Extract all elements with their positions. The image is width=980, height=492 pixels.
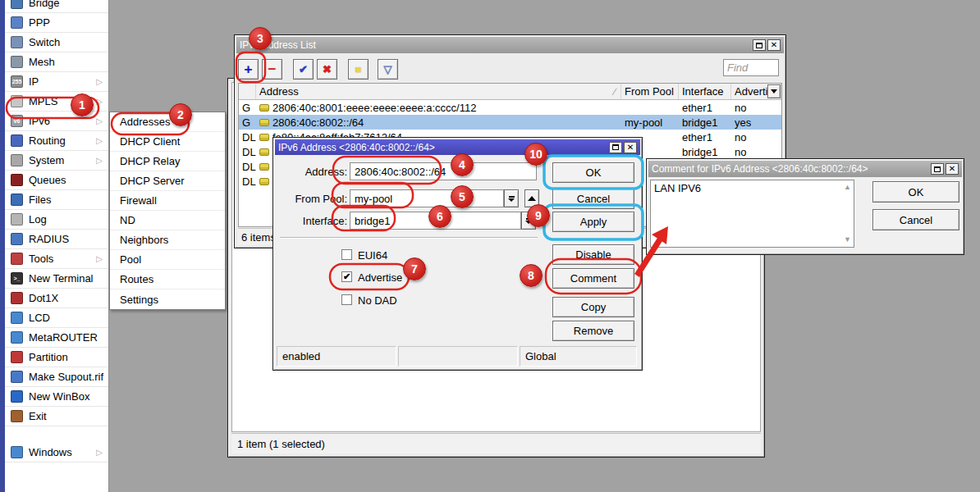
comment-button[interactable]: ■ xyxy=(348,59,369,80)
background-window-statusbar: 1 item (1 selected) xyxy=(231,433,761,453)
dialog-button[interactable]: Copy xyxy=(552,297,634,317)
from-pool-field[interactable]: my-pool xyxy=(350,189,504,207)
sidebar-item[interactable]: MPLS ▷ xyxy=(5,92,108,112)
checkbox[interactable] xyxy=(341,294,352,305)
address-column-label: Address xyxy=(259,85,299,98)
flag-column-header[interactable] xyxy=(239,84,256,99)
interface-dropdown-button[interactable] xyxy=(521,212,536,230)
sidebar-item[interactable]: v6 IPv6 ▷ xyxy=(5,112,108,131)
status-middle xyxy=(398,346,518,367)
maximize-button[interactable] xyxy=(609,142,622,153)
dialog-button[interactable]: Cancel xyxy=(552,189,634,209)
toolbar-button-icon: ✔ xyxy=(299,64,308,75)
ipv6-address-list-titlebar[interactable]: IPv6 Address List ✕ xyxy=(236,37,784,53)
scroll-up-icon[interactable]: ▲ xyxy=(844,184,851,191)
checkbox[interactable]: ✔ xyxy=(341,271,352,282)
sidebar-item[interactable]: Windows ▷ xyxy=(5,443,108,462)
from-pool-dropdown-button[interactable] xyxy=(504,189,519,207)
sidebar-item-icon xyxy=(11,312,23,324)
interface-field[interactable]: bridge1 xyxy=(350,212,521,230)
disable-button[interactable]: ✖ xyxy=(317,59,337,80)
filter-button[interactable]: ▽ xyxy=(378,59,398,80)
interface-column-header[interactable]: Interface xyxy=(679,84,731,99)
find-input[interactable] xyxy=(723,59,779,76)
sidebar-item[interactable]: New WinBox xyxy=(5,387,108,407)
scroll-down-icon[interactable]: ▼ xyxy=(844,236,851,244)
submenu-item-label: Firewall xyxy=(120,194,157,207)
sidebar-item[interactable]: PPP xyxy=(5,13,108,33)
maximize-button[interactable] xyxy=(753,39,766,51)
sidebar-item[interactable]: >_ New Terminal xyxy=(5,269,108,289)
sidebar-item[interactable]: Queues xyxy=(5,171,108,190)
sidebar-item[interactable]: LCD xyxy=(5,308,108,328)
sidebar-item-icon xyxy=(11,36,23,48)
column-select-button[interactable] xyxy=(767,84,781,98)
address-field[interactable]: 2806:40c:8002::/64 xyxy=(350,162,537,180)
checkbox[interactable] xyxy=(341,249,352,260)
sidebar-item[interactable]: Log xyxy=(5,210,108,230)
dialog-button[interactable]: Apply xyxy=(552,212,634,232)
sidebar-item[interactable]: MetaROUTER xyxy=(5,328,108,348)
row-from-pool: my-pool xyxy=(621,115,679,130)
row-address: 2806:40c:8002::/64 xyxy=(256,115,621,130)
toolbar-button-icon: ■ xyxy=(355,64,362,75)
submenu-item-label: DHCP Client xyxy=(120,135,180,148)
sidebar-item[interactable]: Routing ▷ xyxy=(5,131,108,151)
chevron-down-icon xyxy=(771,89,777,93)
address-column-header[interactable]: Address ∕ xyxy=(256,84,621,99)
sidebar-item[interactable]: Switch xyxy=(5,33,108,52)
sidebar-item[interactable]: Bridge xyxy=(5,0,108,13)
maximize-button[interactable] xyxy=(931,163,944,175)
comment-textarea[interactable]: LAN IPV6 ▲ ▼ xyxy=(650,180,854,248)
comment-dialog-button[interactable]: OK xyxy=(872,181,959,203)
sidebar-item[interactable]: Tools ▷ xyxy=(5,249,108,269)
ipv6-address-icon xyxy=(259,104,269,112)
submenu-item-label: Routes xyxy=(120,273,153,285)
table-row[interactable]: G 2806:40c:8002::/64 my-pool bridge1 yes xyxy=(239,115,781,130)
submenu-item[interactable]: DHCP Client xyxy=(110,132,225,152)
enable-button[interactable]: ✔ xyxy=(293,59,314,80)
sidebar-item[interactable]: Dot1X xyxy=(5,289,108,308)
from-pool-collapse-button[interactable] xyxy=(524,189,539,207)
sidebar-item[interactable]: Partition xyxy=(5,348,108,367)
submenu-item[interactable]: ND xyxy=(110,211,225,230)
ipv6-address-dialog: IPv6 Address <2806:40c:8002::/64> ✕ Addr… xyxy=(272,137,643,371)
submenu-item[interactable]: Firewall xyxy=(110,191,225,211)
sidebar-item[interactable]: Files xyxy=(5,190,108,210)
address-value: 2806:40c:8002::/64 xyxy=(355,166,446,178)
dialog-button[interactable]: Comment xyxy=(552,268,634,289)
sidebar-item-icon xyxy=(11,194,23,206)
sidebar-item[interactable]: System ▷ xyxy=(5,151,108,171)
add-button[interactable]: + xyxy=(238,59,259,80)
dialog-button[interactable]: OK xyxy=(552,162,634,183)
submenu-item[interactable]: Routes xyxy=(110,270,225,289)
ipv6-address-icon xyxy=(259,178,269,185)
submenu-item[interactable]: Settings xyxy=(110,289,225,309)
row-flags: G xyxy=(239,115,256,130)
comment-dialog-titlebar[interactable]: Comment for IPv6 Address <2806:40c:8002:… xyxy=(648,161,962,177)
submenu-item[interactable]: Addresses xyxy=(110,112,225,132)
sidebar-item[interactable]: Mesh xyxy=(5,52,108,72)
from-pool-column-header[interactable]: From Pool xyxy=(621,84,679,99)
dialog-button[interactable]: Disable xyxy=(552,244,634,265)
close-button[interactable]: ✕ xyxy=(946,163,959,175)
submenu-item[interactable]: DHCP Relay xyxy=(110,152,225,171)
table-row[interactable]: G 2806:40c:8001:eeee:eeee:eeee:a:cccc/11… xyxy=(239,100,781,115)
sidebar-item[interactable]: RADIUS xyxy=(5,230,108,249)
ipv6-address-icon xyxy=(259,119,269,126)
comment-dialog-button[interactable]: Cancel xyxy=(872,209,959,230)
ipv6-address-dialog-titlebar[interactable]: IPv6 Address <2806:40c:8002::/64> ✕ xyxy=(275,139,640,155)
submenu-item[interactable]: DHCP Server xyxy=(110,171,225,191)
submenu-item[interactable]: Pool xyxy=(110,250,225,270)
sidebar-item-label: IPv6 xyxy=(29,115,50,127)
remove-button[interactable]: − xyxy=(262,59,282,80)
sidebar-item[interactable]: Exit xyxy=(5,407,108,426)
sidebar-item[interactable]: Make Supout.rif xyxy=(5,367,108,387)
submenu-item[interactable]: Neighbors xyxy=(110,230,225,250)
close-button[interactable]: ✕ xyxy=(624,142,637,153)
sidebar-item[interactable]: 255 IP ▷ xyxy=(5,72,108,92)
dialog-button[interactable]: Remove xyxy=(552,321,634,341)
address-label: Address: xyxy=(275,166,347,178)
close-button[interactable]: ✕ xyxy=(767,39,781,51)
sidebar-item-icon: v6 xyxy=(11,115,23,127)
